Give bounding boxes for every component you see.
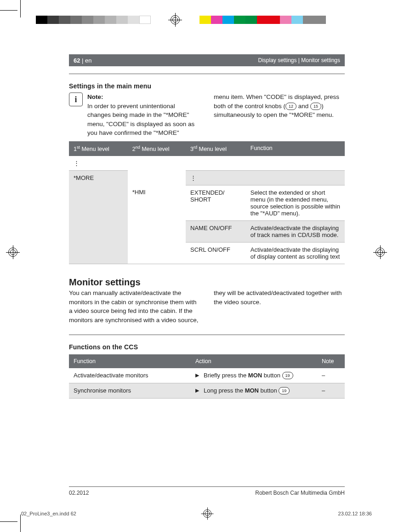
breadcrumb: Display settings | Monitor settings <box>258 57 340 64</box>
note-label: Note: <box>87 93 200 102</box>
note-text-col1: In order to prevent unintentional change… <box>87 102 200 138</box>
table-row: *HMI EXTENDED/ SHORT Select the extended… <box>69 185 345 220</box>
print-color-bar <box>36 16 357 24</box>
imprint-timestamp: 23.02.12 18:36 <box>338 511 372 516</box>
registration-mark-icon <box>8 248 17 257</box>
triangle-icon: ▶ <box>195 372 199 378</box>
page-footer: 02.2012 Robert Bosch Car Multimedia GmbH <box>69 486 345 496</box>
imprint-line: 02_ProLine3_en.indd 62 23.02.12 18:36 <box>21 509 372 518</box>
footer-company: Robert Bosch Car Multimedia GmbH <box>255 490 345 496</box>
menu-levels-table: 1st Menu level 2nd Menu level 3rd Menu l… <box>69 141 345 264</box>
page-header: 62 | en Display settings | Monitor setti… <box>69 54 345 66</box>
knob-ref-15: 15 <box>310 103 321 110</box>
button-ref-19: 19 <box>282 372 293 379</box>
table-row: Synchronise monitors ▶Long press the MON… <box>69 383 345 399</box>
table-row: ⋮ <box>69 156 345 171</box>
table-row: *MORE ⋮ <box>69 170 345 185</box>
monitor-body-col1: You can manually activate/deactivate the… <box>69 289 200 324</box>
registration-mark-icon <box>376 248 385 257</box>
ccs-functions-table: Function Action Note Activate/deactivate… <box>69 354 345 399</box>
section-settings-title: Settings in the main menu <box>69 82 345 90</box>
section-ccs-title: Functions on the CCS <box>69 343 345 351</box>
triangle-icon: ▶ <box>195 387 199 393</box>
button-ref-19: 19 <box>279 387 290 394</box>
registration-mark-icon <box>171 15 180 24</box>
monitor-body-col2: they will be activated/deactivated toget… <box>214 289 345 324</box>
knob-ref-12: 12 <box>285 103 296 110</box>
page-number: 62 <box>74 57 80 64</box>
info-icon: i <box>69 93 83 106</box>
footer-date: 02.2012 <box>69 490 89 496</box>
imprint-file: 02_ProLine3_en.indd 62 <box>21 511 76 516</box>
registration-mark-icon <box>203 509 211 518</box>
section-monitor-title: Monitor settings <box>69 277 345 288</box>
table-row: Activate/deactivate monitors ▶Briefly pr… <box>69 368 345 383</box>
